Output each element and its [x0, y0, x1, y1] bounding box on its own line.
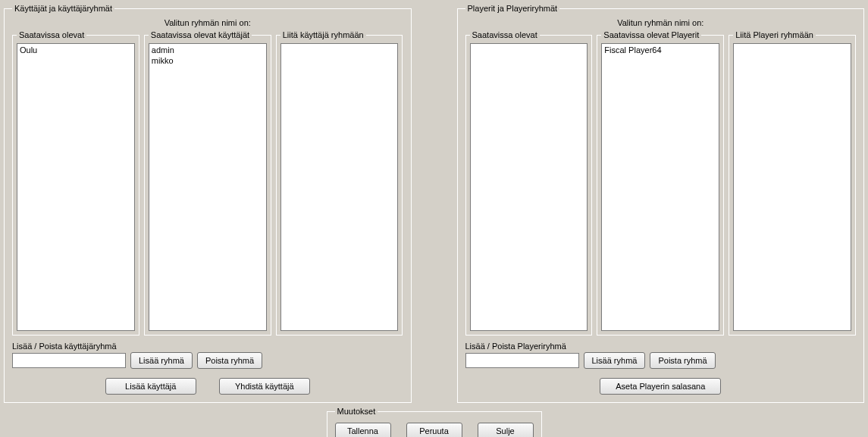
player-group-name-input[interactable]: [465, 353, 579, 368]
remove-user-group-button[interactable]: Poista ryhmä: [197, 352, 262, 369]
set-player-password-button[interactable]: Aseta Playerin salasana: [600, 378, 721, 395]
remove-player-group-button[interactable]: Poista ryhmä: [650, 352, 715, 369]
users-groups-panel: Käyttäjät ja käyttäjäryhmät Valitun ryhm…: [4, 4, 412, 403]
available-player-groups-box: Saatavissa olevat: [465, 30, 593, 336]
save-button[interactable]: Tallenna: [335, 423, 391, 437]
changes-panel: Muutokset Tallenna Peruuta Sulje: [327, 407, 542, 437]
available-user-groups-legend: Saatavissa olevat: [17, 30, 86, 39]
add-user-group-button[interactable]: Lisää ryhmä: [130, 352, 193, 369]
attach-player-list[interactable]: [733, 43, 851, 331]
available-users-list[interactable]: adminmikko: [149, 43, 267, 331]
add-player-group-button[interactable]: Lisää ryhmä: [584, 352, 646, 369]
merge-user-button[interactable]: Yhdistä käyttäjä: [219, 378, 310, 395]
player-group-addremove-label: Lisää / Poista Playeriryhmä: [465, 342, 857, 351]
players-groups-legend: Playerit ja Playeriryhmät: [465, 4, 560, 13]
user-group-addremove-label: Lisää / Poista käyttäjäryhmä: [12, 342, 403, 351]
available-users-box: Saatavissa olevat käyttäjät adminmikko: [144, 30, 271, 336]
players-groups-panel: Playerit ja Playeriryhmät Valitun ryhmän…: [457, 4, 865, 403]
available-users-legend: Saatavissa olevat käyttäjät: [149, 30, 252, 39]
attach-user-legend: Liitä käyttäjä ryhmään: [280, 30, 366, 39]
close-button[interactable]: Sulje: [478, 423, 534, 437]
attach-user-list[interactable]: [280, 43, 399, 331]
available-user-groups-box: Saatavissa olevat Oulu: [12, 30, 139, 336]
available-players-legend: Saatavissa olevat Playerit: [601, 30, 701, 39]
available-player-groups-legend: Saatavissa olevat: [470, 30, 540, 39]
available-player-groups-list[interactable]: [470, 43, 588, 331]
changes-legend: Muutokset: [335, 407, 378, 416]
users-groups-legend: Käyttäjät ja käyttäjäryhmät: [12, 4, 114, 13]
available-players-list[interactable]: Fiscal Player64: [601, 43, 719, 331]
list-item[interactable]: admin: [151, 45, 265, 55]
cancel-button[interactable]: Peruuta: [406, 423, 462, 437]
users-selected-group-label: Valitun ryhmän nimi on:: [12, 18, 403, 27]
user-group-name-input[interactable]: [12, 353, 126, 368]
attach-player-legend: Liitä Playeri ryhmään: [733, 30, 816, 39]
players-selected-group-label: Valitun ryhmän nimi on:: [465, 18, 857, 27]
add-user-button[interactable]: Lisää käyttäjä: [105, 378, 196, 395]
attach-player-box: Liitä Playeri ryhmään: [729, 30, 856, 336]
list-item[interactable]: mikko: [151, 55, 265, 66]
list-item[interactable]: Oulu: [19, 45, 133, 55]
attach-user-box: Liitä käyttäjä ryhmään: [276, 30, 403, 336]
available-user-groups-list[interactable]: Oulu: [17, 43, 135, 331]
available-players-box: Saatavissa olevat Playerit Fiscal Player…: [597, 30, 724, 336]
list-item[interactable]: Fiscal Player64: [603, 45, 717, 55]
